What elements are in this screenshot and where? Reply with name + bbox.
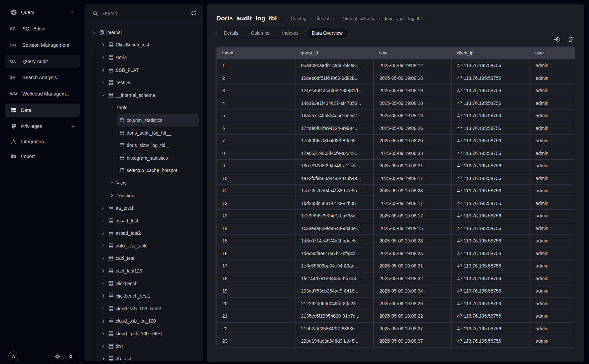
table-row[interactable]: 4 146193a1f434627-af47053... 2025-05-09 … bbox=[217, 97, 575, 110]
tree-node-database[interactable]: Doris bbox=[85, 51, 203, 64]
tree-node-database[interactable]: assad_test2 bbox=[85, 227, 203, 240]
refresh-button[interactable] bbox=[191, 10, 197, 16]
collapse-sidebar-button[interactable] bbox=[66, 352, 75, 361]
tree-node-database[interactable]: db_test bbox=[85, 352, 203, 361]
table-row[interactable]: 14 1c38eaa859fd4544-98a3e... 2025-05-09 … bbox=[217, 222, 575, 235]
settings-button[interactable] bbox=[53, 352, 63, 361]
table-row[interactable]: 1 85aa090a9db149b6-bfce8... 2025-05-09 1… bbox=[217, 59, 575, 72]
tree-node-database[interactable]: cloud_tpch_100_latest bbox=[85, 327, 203, 340]
column-header-time[interactable]: time bbox=[373, 50, 451, 55]
table-icon bbox=[119, 130, 125, 136]
server-stack-icon bbox=[10, 107, 17, 113]
sidebar-item-import[interactable]: Import bbox=[5, 150, 80, 163]
tree-node-database[interactable]: cloud_ssb_100_latest bbox=[85, 302, 203, 315]
cell-query-id: 1a572c76504a4188-b7e8a... bbox=[295, 185, 374, 197]
tree-node-table[interactable]: column_statistics bbox=[117, 114, 199, 127]
tree-node-database[interactable]: caol_test123 bbox=[85, 264, 203, 277]
table-row[interactable]: 5 16aaa7740a854d5d-beed7... 2025-05-09 1… bbox=[217, 109, 575, 122]
tree-node-database[interactable]: clickbench_test1 bbox=[85, 290, 203, 302]
breadcrumb-item[interactable]: internal bbox=[315, 16, 329, 21]
table-row[interactable]: 23 22be194ac3a346d9-bd48... 2025-05-09 1… bbox=[217, 335, 575, 347]
cell-user: admin bbox=[529, 335, 575, 347]
table-row[interactable]: 20 212292d06d6049fe-8dc28... 2025-05-09 … bbox=[217, 297, 575, 310]
tree-node-view-group[interactable]: View bbox=[85, 177, 203, 189]
table-row[interactable]: 15 1d8c0714e4974b2f-a0ee5... 2025-05-09 … bbox=[217, 234, 575, 247]
cell-query-id: 1bd235fc5841427b-82b08... bbox=[295, 197, 374, 210]
cell-client-ip: 47.113.76.195:58756 bbox=[451, 160, 530, 172]
tree-node-database[interactable]: db1 bbox=[85, 340, 203, 353]
tree-node-database[interactable]: auto_test_table bbox=[85, 239, 203, 252]
export-button[interactable] bbox=[553, 36, 560, 43]
database-icon bbox=[108, 268, 114, 274]
column-header-index[interactable]: index bbox=[217, 50, 295, 55]
cell-index: 20 bbox=[217, 298, 295, 310]
sidebar-item-integration[interactable]: Integration bbox=[5, 135, 80, 148]
sidebar-item-workload-management[interactable]: WM Workload Managem... bbox=[5, 87, 80, 101]
table-row[interactable]: 12 1bd235fc5841427b-82b08... 2025-05-09 … bbox=[217, 197, 575, 210]
sidebar-item-query[interactable]: Query bbox=[5, 6, 80, 19]
cell-user: admin bbox=[529, 59, 575, 72]
tree-node-table[interactable]: doris_audit_log_tbl__ bbox=[117, 127, 199, 139]
table-row[interactable]: 7 17580b6cd8f74d83-8dc90... 2025-05-09 1… bbox=[217, 134, 575, 147]
tab-data-overview[interactable]: Data Overview bbox=[305, 28, 350, 38]
breadcrumb-separator: › bbox=[333, 16, 334, 21]
tree-node-database[interactable]: __internal_schema bbox=[85, 89, 203, 102]
table-row[interactable]: 17 1e3c59806ba04e94-80ad... 2025-05-09 1… bbox=[217, 259, 575, 272]
sidebar-item-privileges[interactable]: Privileges bbox=[5, 120, 80, 133]
tree-node-database[interactable]: aa_test1 bbox=[85, 202, 203, 214]
table-row[interactable]: 22 219b2afd258843f7-83930... 2025-05-09 … bbox=[217, 322, 575, 335]
tree-node-table[interactable]: doris_slow_log_tbl__ bbox=[117, 139, 199, 152]
table-row[interactable]: 19 203dd753cb264ae9-8418... 2025-05-09 1… bbox=[217, 285, 575, 297]
page-title: Doris_audit_log_tbl__ bbox=[216, 15, 284, 22]
query-audit-badge: QA bbox=[10, 59, 19, 63]
sidebar-item-data[interactable]: Data bbox=[5, 104, 80, 117]
sidebar-item-search-analysis[interactable]: SA Search Analysis bbox=[5, 71, 80, 84]
table-row[interactable]: 16 1dec35f9e61047b1-bfa3cf... 2025-05-09… bbox=[217, 247, 575, 260]
tree-node-database[interactable]: clickbench bbox=[85, 277, 203, 290]
cell-client-ip: 47.113.76.195:58756 bbox=[451, 272, 530, 285]
avatar[interactable]: A bbox=[8, 351, 18, 361]
sidebar-item-sql-editor[interactable]: SE SQL Editor bbox=[5, 22, 80, 35]
table-row[interactable]: 13 1c23f896c3e04e16-b798d... 2025-05-09 … bbox=[217, 209, 575, 222]
chevron-down-icon bbox=[71, 124, 75, 129]
data-table: index query_id time client_ip user 1 85a… bbox=[216, 46, 575, 348]
sidebar-item-query-audit[interactable]: QA Query Audit bbox=[5, 55, 80, 68]
table-row[interactable]: 2 10eee0df51f64060-9d82b... 2025-05-09 1… bbox=[217, 72, 575, 84]
tree-node-database[interactable]: TestDB bbox=[85, 76, 203, 89]
chevron-right-icon bbox=[100, 294, 106, 298]
table-row[interactable]: 3 121ec46f1aca40e2-93981d... 2025-05-09 … bbox=[217, 84, 575, 97]
tab-columns[interactable]: Columns bbox=[245, 27, 276, 39]
table-row[interactable]: 6 174de6f02fa94124-a9994... 2025-05-09 1… bbox=[217, 122, 575, 135]
table-row[interactable]: 9 1957310d5f394d49-a12c9... 2025-05-09 1… bbox=[217, 159, 575, 172]
chevron-up-icon bbox=[71, 10, 75, 15]
tree-node-table[interactable]: selectdb_cache_hotspot bbox=[117, 164, 199, 177]
column-header-query-id[interactable]: query_id bbox=[295, 50, 374, 55]
tab-details[interactable]: Details bbox=[218, 27, 245, 39]
table-row[interactable]: 18 1fe144d781e94635-bb7d3... 2025-05-09 … bbox=[217, 272, 575, 285]
tree-node-database[interactable]: cloud_ssb_flat_100 bbox=[85, 315, 203, 328]
delete-button[interactable] bbox=[567, 36, 574, 43]
tree-node-database[interactable]: caol_test bbox=[85, 252, 203, 265]
tree-node-table[interactable]: histogram_statistics bbox=[117, 152, 199, 164]
column-header-client-ip[interactable]: client_ip bbox=[451, 50, 530, 55]
sidebar-item-session-management[interactable]: SM Session Management bbox=[5, 38, 80, 52]
table-row[interactable]: 21 2135cc5f19954630-91e7d... 2025-05-09 … bbox=[217, 310, 575, 322]
search-input[interactable] bbox=[101, 10, 188, 16]
column-header-user[interactable]: user bbox=[529, 50, 575, 55]
table-body: 1 85aa090a9db149b6-bfce8... 2025-05-09 1… bbox=[217, 59, 575, 347]
breadcrumb-item[interactable]: __internal_schema bbox=[337, 16, 375, 21]
tree-node-database[interactable]: ClickBench_test bbox=[85, 39, 203, 51]
tree-node-database[interactable]: assad_test bbox=[85, 214, 203, 227]
tree-node-database[interactable]: SSB_FLAT bbox=[85, 64, 203, 76]
breadcrumb-item[interactable]: Catalog bbox=[291, 16, 307, 21]
table-row[interactable]: 8 17a05319063f46f9-a2345... 2025-05-09 1… bbox=[217, 147, 575, 160]
tab-indexes[interactable]: Indexes bbox=[276, 27, 305, 39]
sidebar-item-label: Privileges bbox=[21, 124, 42, 129]
sql-editor-badge: SE bbox=[10, 27, 19, 31]
table-row[interactable]: 10 1a12f5f9b60d4c83-813b49... 2025-05-09… bbox=[217, 172, 575, 185]
cell-index: 14 bbox=[217, 222, 295, 235]
tree-node-function-group[interactable]: Function bbox=[85, 189, 203, 202]
tree-node-table-group[interactable]: Table bbox=[85, 102, 203, 114]
tree-node-catalog[interactable]: internal bbox=[85, 26, 203, 39]
table-row[interactable]: 11 1a572c76504a4188-b7e8a... 2025-05-09 … bbox=[217, 184, 575, 197]
